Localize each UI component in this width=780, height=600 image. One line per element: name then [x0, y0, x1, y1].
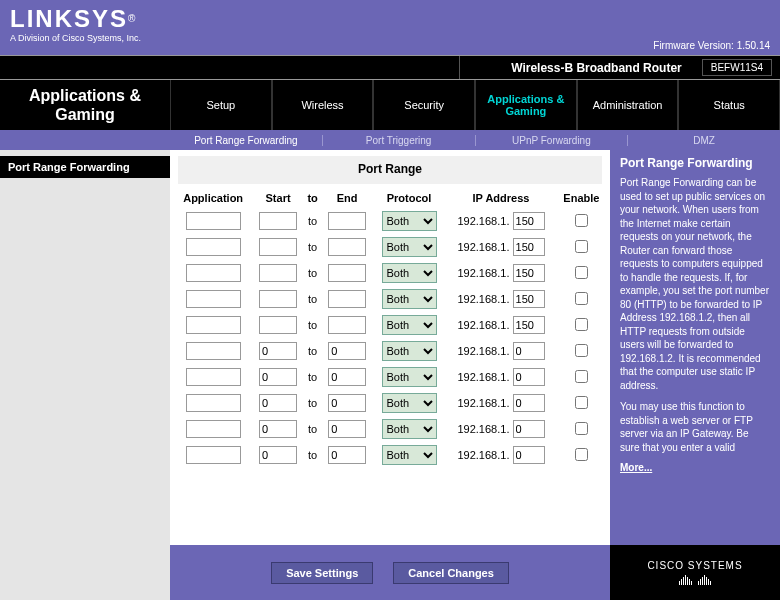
start-port-input[interactable]: [259, 420, 297, 438]
end-port-input[interactable]: [328, 290, 366, 308]
ip-last-octet-input[interactable]: [513, 290, 545, 308]
ip-last-octet-input[interactable]: [513, 446, 545, 464]
protocol-select[interactable]: BothTCPUDP: [382, 445, 437, 465]
start-port-input[interactable]: [259, 290, 297, 308]
application-input[interactable]: [186, 238, 241, 256]
enable-checkbox[interactable]: [575, 370, 588, 383]
end-port-input[interactable]: [328, 212, 366, 230]
protocol-select[interactable]: BothTCPUDP: [382, 315, 437, 335]
start-port-input[interactable]: [259, 316, 297, 334]
protocol-select[interactable]: BothTCPUDP: [382, 263, 437, 283]
application-input[interactable]: [186, 316, 241, 334]
start-port-input[interactable]: [259, 212, 297, 230]
application-input[interactable]: [186, 368, 241, 386]
header-bar: LINKSYS® A Division of Cisco Systems, In…: [0, 0, 780, 55]
ip-last-octet-input[interactable]: [513, 212, 545, 230]
cisco-bars-icon: [679, 573, 711, 585]
col-application: Application: [174, 188, 252, 208]
sub-nav: Port Range ForwardingPort TriggeringUPnP…: [0, 130, 780, 150]
save-settings-button[interactable]: Save Settings: [271, 562, 373, 584]
port-forward-table: Application Start to End Protocol IP Add…: [174, 188, 606, 468]
protocol-select[interactable]: BothTCPUDP: [382, 367, 437, 387]
to-label: to: [308, 293, 317, 305]
sidebar-section-title: Port Range Forwarding: [0, 156, 170, 178]
protocol-select[interactable]: BothTCPUDP: [382, 393, 437, 413]
enable-checkbox[interactable]: [575, 266, 588, 279]
application-input[interactable]: [186, 446, 241, 464]
cancel-changes-button[interactable]: Cancel Changes: [393, 562, 509, 584]
start-port-input[interactable]: [259, 394, 297, 412]
ip-prefix: 192.168.1.: [457, 241, 509, 253]
ip-last-octet-input[interactable]: [513, 316, 545, 334]
title-row: Wireless-B Broadband Router BEFW11S4: [0, 55, 780, 80]
to-label: to: [308, 423, 317, 435]
application-input[interactable]: [186, 394, 241, 412]
start-port-input[interactable]: [259, 446, 297, 464]
help-panel: Port Range Forwarding Port Range Forward…: [610, 150, 780, 545]
start-port-input[interactable]: [259, 342, 297, 360]
protocol-select[interactable]: BothTCPUDP: [382, 289, 437, 309]
protocol-select[interactable]: BothTCPUDP: [382, 341, 437, 361]
table-row: toBothTCPUDP192.168.1.: [174, 390, 606, 416]
end-port-input[interactable]: [328, 238, 366, 256]
ip-prefix: 192.168.1.: [457, 345, 509, 357]
logo-subtitle: A Division of Cisco Systems, Inc.: [10, 33, 141, 43]
to-label: to: [308, 371, 317, 383]
help-more-link[interactable]: More...: [620, 462, 652, 473]
tab-security[interactable]: Security: [373, 80, 475, 130]
enable-checkbox[interactable]: [575, 318, 588, 331]
application-input[interactable]: [186, 420, 241, 438]
to-label: to: [308, 345, 317, 357]
application-input[interactable]: [186, 290, 241, 308]
start-port-input[interactable]: [259, 238, 297, 256]
enable-checkbox[interactable]: [575, 292, 588, 305]
start-port-input[interactable]: [259, 368, 297, 386]
tab-administration[interactable]: Administration: [577, 80, 679, 130]
logo: LINKSYS® A Division of Cisco Systems, In…: [10, 5, 141, 43]
tab-setup[interactable]: Setup: [170, 80, 272, 130]
subtab-port-range-forwarding[interactable]: Port Range Forwarding: [170, 135, 323, 146]
table-row: toBothTCPUDP192.168.1.: [174, 234, 606, 260]
end-port-input[interactable]: [328, 368, 366, 386]
ip-last-octet-input[interactable]: [513, 238, 545, 256]
left-sidebar: Port Range Forwarding: [0, 150, 170, 545]
enable-checkbox[interactable]: [575, 448, 588, 461]
table-row: toBothTCPUDP192.168.1.: [174, 260, 606, 286]
section-title: Applications & Gaming: [0, 80, 170, 130]
protocol-select[interactable]: BothTCPUDP: [382, 237, 437, 257]
main-content: Port Range Application Start to End Prot…: [170, 150, 610, 545]
subtab-upnp-forwarding[interactable]: UPnP Forwarding: [476, 135, 629, 146]
start-port-input[interactable]: [259, 264, 297, 282]
tab-applications-gaming[interactable]: Applications & Gaming: [475, 80, 577, 130]
end-port-input[interactable]: [328, 420, 366, 438]
to-label: to: [308, 449, 317, 461]
ip-prefix: 192.168.1.: [457, 293, 509, 305]
end-port-input[interactable]: [328, 264, 366, 282]
application-input[interactable]: [186, 212, 241, 230]
table-row: toBothTCPUDP192.168.1.: [174, 312, 606, 338]
to-label: to: [308, 241, 317, 253]
ip-last-octet-input[interactable]: [513, 420, 545, 438]
enable-checkbox[interactable]: [575, 422, 588, 435]
ip-last-octet-input[interactable]: [513, 368, 545, 386]
end-port-input[interactable]: [328, 394, 366, 412]
application-input[interactable]: [186, 342, 241, 360]
end-port-input[interactable]: [328, 342, 366, 360]
enable-checkbox[interactable]: [575, 396, 588, 409]
table-row: toBothTCPUDP192.168.1.: [174, 364, 606, 390]
ip-last-octet-input[interactable]: [513, 342, 545, 360]
application-input[interactable]: [186, 264, 241, 282]
end-port-input[interactable]: [328, 446, 366, 464]
ip-last-octet-input[interactable]: [513, 264, 545, 282]
enable-checkbox[interactable]: [575, 214, 588, 227]
protocol-select[interactable]: BothTCPUDP: [382, 419, 437, 439]
subtab-dmz[interactable]: DMZ: [628, 135, 780, 146]
enable-checkbox[interactable]: [575, 240, 588, 253]
ip-last-octet-input[interactable]: [513, 394, 545, 412]
protocol-select[interactable]: BothTCPUDP: [382, 211, 437, 231]
tab-status[interactable]: Status: [678, 80, 780, 130]
tab-wireless[interactable]: Wireless: [272, 80, 374, 130]
end-port-input[interactable]: [328, 316, 366, 334]
enable-checkbox[interactable]: [575, 344, 588, 357]
subtab-port-triggering[interactable]: Port Triggering: [323, 135, 476, 146]
